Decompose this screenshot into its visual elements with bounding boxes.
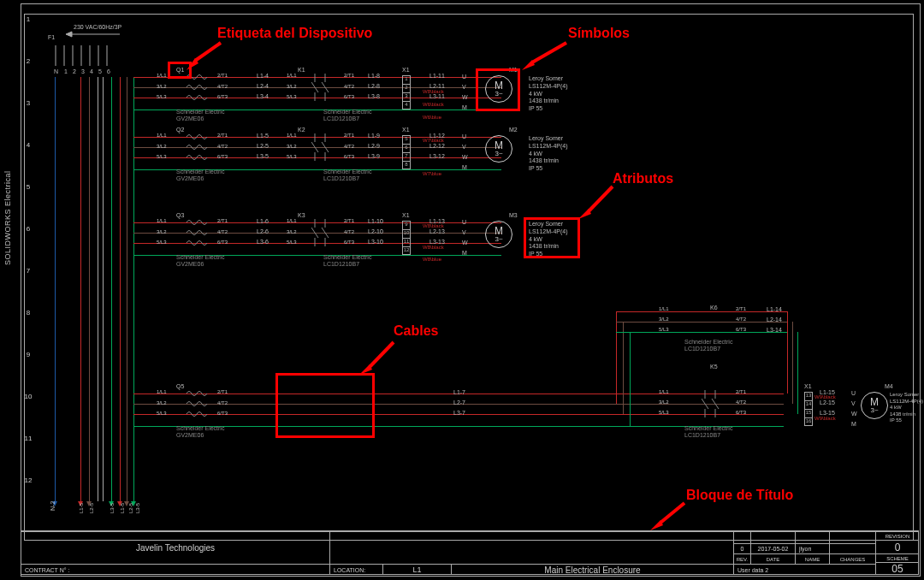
terminal-strip: 13 14 15 16 (804, 392, 813, 426)
terminal: 5 (403, 136, 410, 145)
svg-line-29 (702, 399, 708, 409)
device-tag-k1: K1 (298, 67, 305, 73)
bus-label: L2-5 (89, 503, 94, 513)
revision-value: 0 (875, 540, 919, 553)
term: 5/L3 (157, 240, 167, 245)
mfr: Schneider Electric (684, 339, 732, 345)
term: 3/L2 (157, 84, 167, 89)
cable-label: L1-7 (453, 389, 465, 395)
terminal: 7 (403, 153, 410, 162)
svg-line-38 (589, 186, 613, 211)
cable-label: L3-7 (453, 410, 465, 416)
rev-name: jlyon (795, 543, 829, 553)
title-block: Javelin Technologies CONTRACT N° : LOCAT… (21, 530, 919, 575)
wire-color: W8\black (423, 245, 444, 250)
term: 1/L1 (287, 73, 297, 78)
term: 6/T3 (736, 410, 746, 415)
mfr: Schneider Electric (684, 425, 732, 431)
arrow-icon (578, 181, 616, 219)
rev-date: 2017-05-02 (750, 543, 795, 553)
device-tag-q5: Q5 (176, 383, 184, 389)
cable-label: L1-5 (257, 133, 269, 139)
uvw: V (851, 400, 856, 406)
part: LC1D1210B7 (684, 346, 720, 352)
term: 1/L1 (157, 389, 167, 394)
uvw: W (462, 94, 468, 100)
contactor-symbol (311, 219, 337, 253)
cable-label: L2-8 (368, 83, 380, 89)
location-value: L1 (382, 564, 451, 575)
terminal-strip: 5 6 7 8 (402, 135, 411, 169)
term: 4/T2 (344, 144, 354, 149)
svg-line-23 (311, 228, 318, 238)
term: 6/T3 (217, 240, 228, 245)
ruler-left: 1 2 3 4 5 6 7 8 9 10 11 12 (22, 15, 34, 518)
mfr: Schneider Electric (176, 109, 224, 115)
ruler-num: 5 (22, 183, 34, 225)
term: 2/T1 (344, 133, 354, 138)
attr: Leroy Somer (890, 392, 923, 399)
term: 4/T2 (736, 317, 746, 322)
bus-pe1 (98, 77, 98, 501)
mfr: Schneider Electric (176, 169, 224, 175)
uvw: W (462, 154, 468, 160)
inner-border (24, 14, 914, 541)
attr: IP 55 (890, 417, 923, 424)
ruler-num: 4 (22, 141, 34, 183)
term: 3/L2 (157, 400, 167, 405)
term: 2/T1 (217, 218, 228, 223)
app-name-vertical: SOLIDWORKS Electrical (3, 170, 12, 265)
term: 3/L2 (659, 317, 669, 322)
wire-color: W8\black (423, 223, 444, 228)
terminal: 11 (403, 239, 410, 247)
mfr: Schneider Electric (323, 254, 371, 260)
wire-color: W9\black (814, 416, 836, 421)
hdr-changes: CHANGES (829, 553, 875, 564)
svg-line-42 (660, 503, 684, 523)
term: 2/T1 (344, 218, 354, 223)
location-label: LOCATION: (329, 564, 382, 575)
mfr: Schneider Electric (323, 109, 371, 115)
cable-label: L2-15 (820, 399, 835, 405)
terminal: 9 (403, 222, 410, 230)
highlight-box-q1 (168, 62, 192, 79)
term: 1/L1 (287, 133, 297, 138)
highlight-box-attributes (524, 217, 580, 258)
ruler-num: 3 (22, 99, 34, 141)
uvw: M (462, 164, 467, 170)
cable-label: L1-4 (257, 73, 269, 79)
term: 4/T2 (217, 400, 228, 405)
cable-label: L3-4 (257, 93, 269, 99)
motor-symbol-m3: M3~ (485, 221, 512, 248)
terminal-strip: 1 2 3 4 (402, 75, 411, 109)
terminal-strip-x1: X1 (402, 67, 410, 73)
wire-color: W8\blue (423, 257, 441, 262)
cable-label: L2-10 (368, 228, 383, 234)
term: 1/L1 (287, 218, 297, 223)
svg-line-34 (195, 43, 221, 61)
uvw: M (462, 104, 467, 110)
cable-label: L2-11 (429, 83, 445, 89)
terminal-strip: 9 10 11 12 (402, 221, 411, 255)
term: 5/L3 (157, 154, 167, 159)
cable-label: L2-4 (257, 83, 269, 89)
uvw: U (462, 133, 466, 139)
uvw: V (462, 229, 466, 235)
uvw: W (851, 411, 857, 417)
blank (829, 531, 875, 543)
callout-symbols: Símbolos (568, 26, 630, 41)
motor-tag: M3 (509, 212, 518, 218)
term: 1/L1 (659, 389, 669, 394)
contactor-symbol (311, 133, 337, 168)
highlight-box-symbol (476, 68, 520, 111)
ruler-num: 9 (22, 351, 34, 393)
arrow-icon (650, 501, 688, 530)
term: 6/T3 (344, 94, 354, 99)
device-tag-q3: Q3 (176, 212, 184, 218)
term: 4/T2 (736, 399, 746, 405)
rev-0: 0 (733, 543, 750, 553)
term: 2/T1 (736, 389, 746, 394)
attr: 4 kW (529, 151, 568, 158)
ruler-num: 7 (22, 267, 34, 309)
term: 1/L1 (157, 218, 167, 223)
